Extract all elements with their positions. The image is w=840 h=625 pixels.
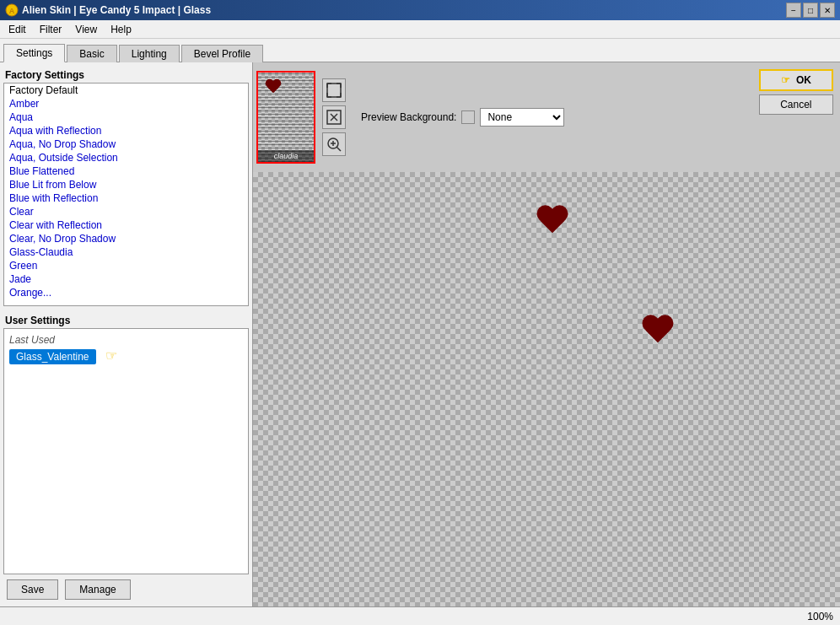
preview-bg-select[interactable]: None White Black Gray — [480, 108, 564, 127]
last-used-label: Last Used — [6, 332, 246, 348]
user-settings-list[interactable]: Last Used Glass_Valentine ☞ — [3, 328, 249, 574]
title-bar: A Alien Skin | Eye Candy 5 Impact | Glas… — [0, 0, 840, 20]
menu-help[interactable]: Help — [105, 22, 137, 37]
manage-button[interactable]: Manage — [65, 579, 130, 600]
menu-filter[interactable]: Filter — [35, 22, 67, 37]
ok-button[interactable]: ☞ OK — [759, 69, 833, 91]
tab-basic[interactable]: Basic — [67, 45, 116, 62]
list-item-aqua-no-drop[interactable]: Aqua, No Drop Shadow — [4, 137, 248, 151]
preview-thumbnail: claudia — [256, 71, 315, 164]
arrow-ok-icon: ☞ — [781, 74, 790, 86]
list-item-factory-default[interactable]: Factory Default — [4, 84, 248, 97]
list-item-clear-reflection[interactable]: Clear with Reflection — [4, 218, 248, 232]
window-controls[interactable]: − □ ✕ — [786, 3, 835, 18]
checkerboard-bg — [253, 172, 840, 606]
left-panel: Factory Settings Factory Default Amber A… — [0, 62, 253, 606]
zoom-actual-button[interactable] — [322, 105, 346, 129]
save-button[interactable]: Save — [7, 579, 58, 600]
thumb-text: claudia — [258, 150, 314, 162]
right-panel: ☞ OK Cancel claudia — [253, 62, 840, 606]
tab-lighting[interactable]: Lighting — [119, 45, 180, 62]
zoom-actual-icon — [326, 109, 342, 126]
tab-settings[interactable]: Settings — [3, 44, 65, 62]
list-item-clear[interactable]: Clear — [4, 205, 248, 218]
arrow-icon: ☞ — [105, 348, 117, 363]
preview-bg-label: Preview Background: — [361, 111, 456, 123]
list-item-amber[interactable]: Amber — [4, 97, 248, 110]
menu-bar: Edit Filter View Help — [0, 20, 840, 39]
zoom-fit-icon — [326, 82, 342, 99]
preview-strip: claudia — [253, 62, 840, 172]
list-item-aqua-reflection[interactable]: Aqua with Reflection — [4, 124, 248, 137]
preview-bg-swatch — [461, 110, 475, 124]
preview-canvas — [253, 172, 840, 606]
user-setting-glass-valentine[interactable]: Glass_Valentine — [9, 349, 96, 364]
title-bar-left: A Alien Skin | Eye Candy 5 Impact | Glas… — [5, 3, 211, 17]
app-icon: A — [5, 3, 19, 17]
list-item-blue-flat[interactable]: Blue Flattened — [4, 164, 248, 178]
svg-rect-2 — [327, 84, 341, 97]
zoom-in-button[interactable] — [322, 132, 346, 156]
cancel-button[interactable]: Cancel — [759, 94, 833, 115]
user-settings-header: User Settings — [3, 311, 249, 328]
preview-bg-control: Preview Background: None White Black Gra… — [361, 108, 564, 127]
list-item-aqua[interactable]: Aqua — [4, 110, 248, 124]
factory-settings-list-container: Factory Default Amber Aqua Aqua with Ref… — [3, 83, 249, 306]
main-content: Factory Settings Factory Default Amber A… — [0, 62, 840, 606]
tool-buttons-area — [319, 75, 349, 159]
zoom-level: 100% — [807, 611, 833, 622]
factory-settings-list[interactable]: Factory Default Amber Aqua Aqua with Ref… — [3, 83, 249, 306]
status-bar: 100% — [0, 606, 840, 625]
zoom-in-icon — [326, 136, 342, 153]
list-item-orange[interactable]: Orange... — [4, 286, 248, 299]
factory-settings-header: Factory Settings — [3, 66, 249, 83]
list-item-blue-reflection[interactable]: Blue with Reflection — [4, 191, 248, 205]
list-item-clear-no-drop[interactable]: Clear, No Drop Shadow — [4, 232, 248, 245]
svg-line-15 — [337, 147, 341, 151]
menu-view[interactable]: View — [70, 22, 102, 37]
list-item-blue-lit[interactable]: Blue Lit from Below — [4, 178, 248, 191]
list-item-aqua-outside[interactable]: Aqua, Outside Selection — [4, 151, 248, 164]
list-item-glass-claudia[interactable]: Glass-Claudia — [4, 245, 248, 259]
list-item-green[interactable]: Green — [4, 259, 248, 272]
factory-settings-area: Factory Default Amber Aqua Aqua with Ref… — [3, 83, 249, 306]
list-item-jade[interactable]: Jade — [4, 272, 248, 286]
tab-bar: Settings Basic Lighting Bevel Profile — [0, 39, 840, 62]
ok-cancel-area: ☞ OK Cancel — [759, 69, 833, 115]
user-settings-section: User Settings Last Used Glass_Valentine … — [3, 311, 249, 574]
heart-2 — [641, 315, 675, 346]
window-title: Alien Skin | Eye Candy 5 Impact | Glass — [22, 4, 211, 16]
svg-text:A: A — [9, 7, 15, 15]
maximize-button[interactable]: □ — [803, 3, 818, 18]
tab-bevel-profile[interactable]: Bevel Profile — [181, 45, 263, 62]
zoom-fit-button[interactable] — [322, 78, 346, 102]
minimize-button[interactable]: − — [786, 3, 801, 18]
close-button[interactable]: ✕ — [820, 3, 835, 18]
heart-1 — [536, 206, 569, 236]
menu-edit[interactable]: Edit — [3, 22, 31, 37]
bottom-buttons: Save Manage — [3, 574, 249, 603]
